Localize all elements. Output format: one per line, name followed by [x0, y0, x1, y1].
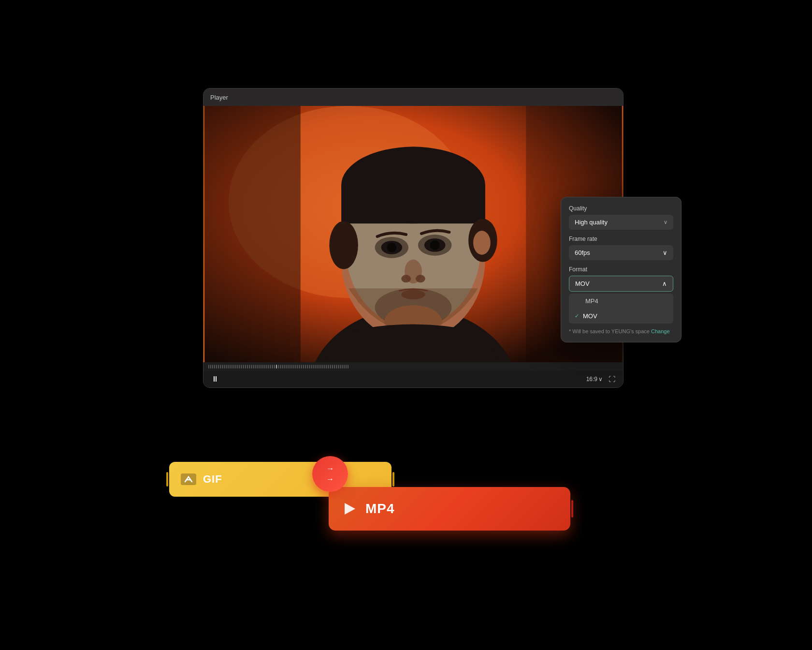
timeline-dot: [297, 365, 298, 369]
change-link[interactable]: Change: [651, 328, 670, 334]
timeline-dot: [208, 365, 209, 369]
save-note: * Will be saved to YEUNG's space Change: [569, 328, 673, 334]
timeline-dot: [320, 365, 321, 369]
timeline-track: [208, 365, 618, 369]
format-option-mp4[interactable]: MP4: [569, 294, 673, 309]
swap-right-arrow-icon: →: [326, 475, 334, 484]
mp4-play-icon: [345, 503, 355, 515]
swap-button[interactable]: ← →: [312, 456, 348, 492]
timeline-dot: [266, 365, 267, 369]
mp4-label: MP4: [365, 501, 395, 517]
timeline-dot: [239, 365, 240, 369]
timeline-dot: [261, 365, 261, 369]
timeline-dot: [235, 365, 236, 369]
timeline-dot: [286, 365, 287, 369]
quality-card: Quality High quality ∨ Frame rate 60fps …: [561, 197, 682, 342]
timeline-dot: [330, 365, 331, 369]
timeline-dot: [315, 365, 316, 369]
format-chevron-icon: ∧: [662, 280, 667, 287]
quality-label: Quality: [569, 205, 673, 212]
swap-left-arrow-icon: ←: [326, 465, 334, 473]
timeline-dot: [313, 365, 314, 369]
timeline-dot: [255, 365, 256, 369]
timeline-dot: [336, 365, 337, 369]
timeline-dot: [226, 365, 227, 369]
timeline-dot: [326, 365, 327, 369]
timeline-dot: [233, 365, 234, 369]
mp4-right-indicator: [571, 500, 573, 517]
framerate-chevron-icon: ∨: [663, 249, 667, 256]
player-timeline[interactable]: [203, 362, 623, 371]
framerate-dropdown[interactable]: 60fps ∨: [569, 245, 673, 260]
portrait-image: [203, 106, 623, 362]
timeline-dot: [212, 365, 213, 369]
timeline-dot: [268, 365, 269, 369]
timeline-dot: [288, 365, 289, 369]
timeline-dot: [278, 365, 279, 369]
timeline-dot: [232, 365, 232, 369]
fullscreen-button[interactable]: ⛶: [609, 375, 615, 383]
timeline-dot: [309, 365, 310, 369]
timeline-dot: [272, 365, 273, 369]
gif-icon: [181, 473, 196, 486]
timeline-dot: [220, 365, 221, 369]
timeline-dot: [322, 365, 323, 369]
timeline-dot: [346, 365, 347, 369]
timeline-dot: [332, 365, 333, 369]
save-note-text: * Will be saved to YEUNG's space: [569, 328, 650, 334]
quality-value: High quality: [575, 219, 608, 226]
timeline-dot: [264, 365, 265, 369]
timeline-dot: [262, 365, 263, 369]
timeline-dot: [216, 365, 217, 369]
timeline-dot: [299, 365, 300, 369]
format-dropdown[interactable]: MOV ∧: [569, 276, 673, 292]
mp4-option-label: MP4: [585, 297, 598, 305]
player-titlebar: Player: [203, 89, 623, 106]
timeline-dot: [284, 365, 285, 369]
gif-left-indicator: [166, 472, 168, 487]
framerate-label: Frame rate: [569, 236, 673, 242]
play-pause-button[interactable]: ⏸: [211, 375, 219, 384]
timeline-dot: [253, 365, 254, 369]
timeline-dot: [249, 365, 250, 369]
quality-dropdown[interactable]: High quality ∨: [569, 215, 673, 230]
gif-icon-shape: [181, 473, 196, 485]
timeline-dot: [218, 365, 219, 369]
gif-label: GIF: [203, 473, 222, 486]
timeline-dot: [328, 365, 329, 369]
timeline-dot: [303, 365, 304, 369]
timeline-dot: [293, 365, 294, 369]
timeline-dot: [230, 365, 231, 369]
gif-arrow-icon: [184, 475, 193, 483]
timeline-dot: [237, 365, 238, 369]
timeline-dot: [245, 365, 246, 369]
timeline-dot: [224, 365, 225, 369]
timeline-dot: [311, 365, 312, 369]
svg-rect-2: [204, 106, 301, 362]
quality-chevron-icon: ∨: [664, 219, 667, 225]
timeline-dot: [301, 365, 302, 369]
timeline-dot: [344, 365, 345, 369]
timeline-dot: [342, 365, 343, 369]
svg-point-20: [401, 275, 411, 282]
timeline-dot: [324, 365, 325, 369]
mp4-icon: [342, 502, 358, 516]
timeline-dot: [307, 365, 308, 369]
svg-point-17: [387, 243, 396, 252]
timeline-dot: [270, 365, 271, 369]
timeline-dot: [222, 365, 223, 369]
mp4-button[interactable]: MP4: [329, 487, 570, 531]
timeline-dot: [251, 365, 252, 369]
format-value: MOV: [575, 280, 590, 287]
player-controls: ⏸ 16:9 ∨ ⛶: [203, 371, 623, 387]
timeline-dot: [241, 365, 242, 369]
gif-right-indicator: [392, 472, 394, 487]
timeline-dot: [282, 365, 283, 369]
timeline-dot: [210, 365, 211, 369]
aspect-ratio-selector[interactable]: 16:9 ∨: [586, 376, 603, 383]
timeline-dot: [243, 365, 244, 369]
timeline-dot: [340, 365, 341, 369]
timeline-dot: [348, 365, 348, 369]
format-option-mov[interactable]: ✓ MOV: [569, 309, 673, 324]
timeline-dot-active: [276, 365, 277, 369]
